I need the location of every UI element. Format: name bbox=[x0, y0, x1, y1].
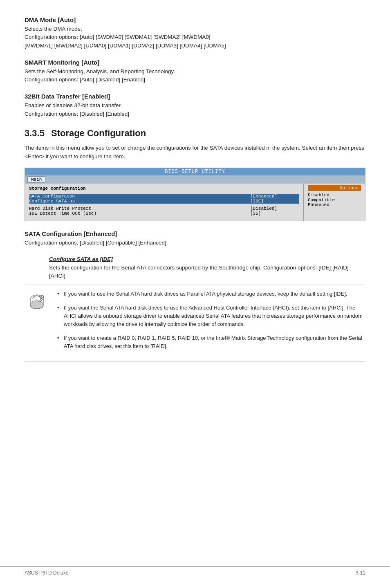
footer-product: ASUS P6TD Deluxe bbox=[25, 570, 68, 576]
note-item-2: If you want the Serial ATA hard disk dri… bbox=[56, 304, 365, 328]
32bit-transfer-section: 32Bit Data Transfer [Enabled] Enables or… bbox=[25, 93, 365, 118]
note-list: If you want to use the Serial ATA hard d… bbox=[56, 290, 365, 357]
storage-intro: The items in this menu allow you to set … bbox=[25, 144, 365, 161]
bios-option-disabled[interactable]: Disabled bbox=[308, 193, 361, 197]
32bit-transfer-body: Enables or disables 32-bit data transfer… bbox=[25, 101, 365, 118]
bios-row-value-hdd: [Disabled][35] bbox=[250, 206, 299, 216]
note-item-3: If you want to create a RAID 0, RAID 1, … bbox=[56, 334, 365, 350]
dma-mode-title: DMA Mode [Auto] bbox=[25, 16, 365, 23]
bios-row-label-hdd: Hard Disk Write ProtectIDE Detect Time O… bbox=[29, 206, 250, 216]
bios-option-enhanced[interactable]: Enhanced bbox=[308, 202, 361, 207]
32bit-transfer-title: 32Bit Data Transfer [Enabled] bbox=[25, 93, 365, 100]
storage-config-heading: 3.3.5 Storage Configuration bbox=[25, 128, 365, 139]
section-number: 3.3.5 bbox=[25, 128, 45, 139]
bios-option-compatible[interactable]: Compatible bbox=[308, 197, 361, 202]
storage-config-section: 3.3.5 Storage Configuration The items in… bbox=[25, 128, 365, 362]
sata-config-subsection: SATA Configuration [Enhanced] Configurat… bbox=[25, 230, 365, 281]
footer-page: 3-11 bbox=[356, 570, 365, 576]
bios-row-sata-config[interactable]: SATA ConfiguratonConfigure SATA as [Enha… bbox=[29, 194, 299, 204]
svg-point-0 bbox=[30, 301, 43, 309]
bios-left-panel: Storage Configuration SATA ConfiguratonC… bbox=[25, 184, 304, 221]
bios-tab-main[interactable]: Main bbox=[27, 176, 45, 183]
dma-mode-section: DMA Mode [Auto] Selects the DMA mode. Co… bbox=[25, 16, 365, 50]
bios-tab-bar: Main bbox=[25, 175, 365, 184]
section-title: Storage Configuration bbox=[51, 128, 146, 139]
bios-box: BIOS SETUP UTILITY Main Storage Configur… bbox=[25, 168, 365, 221]
note-item-1: If you want to use the Serial ATA hard d… bbox=[56, 290, 365, 298]
bios-right-panel: Options Disabled Compatible Enhanced bbox=[304, 184, 365, 221]
sata-config-options: Configuration options: [Disabled] [Compa… bbox=[25, 239, 365, 247]
note-icon bbox=[25, 290, 49, 357]
bios-row-value-sata: [Enhanced][IDE] bbox=[250, 194, 299, 204]
configure-sata-title: Configure SATA as [IDE] bbox=[49, 256, 365, 262]
bios-row-label-sata: SATA ConfiguratonConfigure SATA as bbox=[29, 194, 250, 204]
bios-content: Storage Configuration SATA ConfiguratonC… bbox=[25, 184, 365, 221]
smart-monitoring-title: SMART Monitoring [Auto] bbox=[25, 59, 365, 66]
dma-mode-body: Selects the DMA mode. Configuration opti… bbox=[25, 25, 365, 50]
bios-row-hdd[interactable]: Hard Disk Write ProtectIDE Detect Time O… bbox=[29, 206, 299, 216]
sata-config-title: SATA Configuration [Enhanced] bbox=[25, 230, 365, 237]
notes-section: If you want to use the Serial ATA hard d… bbox=[25, 285, 365, 362]
configure-sata-body: Sets the configuration for the Serial AT… bbox=[49, 264, 365, 281]
smart-monitoring-body: Sets the Self-Monitoring, Analysis, and … bbox=[25, 67, 365, 84]
footer: ASUS P6TD Deluxe 3-11 bbox=[0, 566, 390, 576]
bios-options-label: Options bbox=[308, 185, 361, 191]
bios-title: BIOS SETUP UTILITY bbox=[25, 168, 365, 175]
bios-section-label: Storage Configuration bbox=[29, 186, 299, 192]
smart-monitoring-section: SMART Monitoring [Auto] Sets the Self-Mo… bbox=[25, 59, 365, 84]
